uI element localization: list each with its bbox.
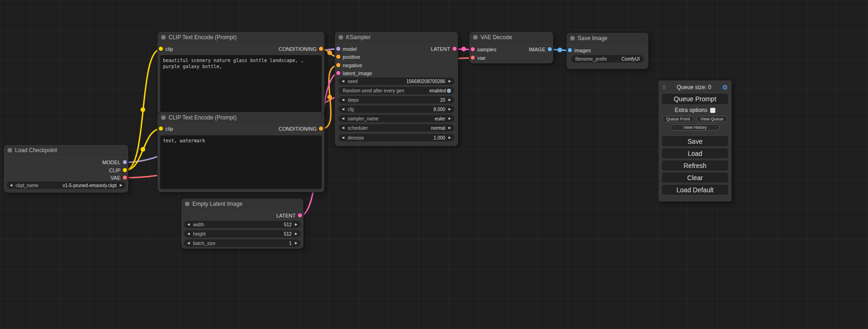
increment-arrow-icon[interactable]: ▶	[120, 182, 122, 189]
node-load-checkpoint[interactable]: Load Checkpoint MODEL CLIP VAE ◀ ckpt_na…	[4, 145, 128, 193]
decrement-arrow-icon[interactable]: ◀	[342, 124, 344, 132]
output-port-conditioning[interactable]	[319, 47, 323, 51]
queue-front-button[interactable]: Queue Front	[662, 116, 694, 122]
input-port-clip[interactable]	[159, 126, 163, 131]
input-port-vae[interactable]	[471, 56, 475, 60]
input-label-samples: samples	[477, 46, 496, 53]
node-collapse-dot[interactable]	[185, 202, 190, 206]
node-title: CLIP Text Encode (Prompt)	[169, 114, 237, 121]
widget-value: v1-5-pruned-emaonly.ckpt	[63, 183, 116, 188]
decrement-arrow-icon[interactable]: ◀	[187, 230, 190, 238]
node-collapse-dot[interactable]	[161, 115, 166, 120]
scheduler-widget[interactable]: ◀ scheduler normal ▶	[339, 124, 454, 132]
node-ksampler[interactable]: KSampler model positive negative latent_…	[335, 32, 458, 146]
steps-widget[interactable]: ◀ steps 20 ▶	[339, 96, 454, 104]
denoise-widget[interactable]: ◀ denoise 1.000 ▶	[339, 134, 454, 141]
node-collapse-dot[interactable]	[570, 36, 575, 41]
input-label-positive: positive	[343, 54, 360, 60]
ckpt-name-widget[interactable]: ◀ ckpt_name v1-5-pruned-emaonly.ckpt ▶	[7, 182, 126, 189]
load-button[interactable]: Load	[662, 148, 728, 158]
toggle-indicator-dot[interactable]	[447, 89, 451, 93]
input-port-negative[interactable]	[336, 63, 340, 67]
input-port-images[interactable]	[568, 48, 572, 52]
decrement-arrow-icon[interactable]: ◀	[187, 239, 190, 247]
batch-size-widget[interactable]: ◀ batch_size 1 ▶	[184, 239, 301, 247]
node-collapse-dot[interactable]	[7, 148, 12, 153]
node-header[interactable]: VAE Decode	[469, 32, 553, 43]
menu-drag-handle-icon[interactable]: ⠿	[662, 84, 666, 91]
positive-prompt-textarea[interactable]: beautiful scenery nature glass bottle la…	[160, 55, 322, 112]
node-collapse-dot[interactable]	[161, 35, 166, 40]
node-title: Empty Latent Image	[192, 201, 242, 207]
input-port-clip[interactable]	[159, 47, 163, 51]
decrement-arrow-icon[interactable]: ◀	[342, 105, 344, 113]
sampler-name-widget[interactable]: ◀ sampler_name euler ▶	[339, 115, 454, 122]
increment-arrow-icon[interactable]: ▶	[295, 230, 297, 238]
input-port-latent-image[interactable]	[336, 71, 340, 75]
node-header[interactable]: CLIP Text Encode (Prompt)	[157, 112, 325, 123]
increment-arrow-icon[interactable]: ▶	[449, 77, 451, 85]
decrement-arrow-icon[interactable]: ◀	[187, 221, 190, 228]
node-header[interactable]: Load Checkpoint	[4, 145, 128, 156]
load-default-button[interactable]: Load Default	[662, 185, 728, 195]
input-port-model[interactable]	[336, 47, 340, 51]
queue-prompt-button[interactable]: Queue Prompt	[662, 94, 728, 104]
node-vae-decode[interactable]: VAE Decode samples vae IMAGE	[469, 32, 553, 63]
increment-arrow-icon[interactable]: ▶	[295, 221, 297, 228]
node-header[interactable]: CLIP Text Encode (Prompt)	[157, 32, 325, 43]
increment-arrow-icon[interactable]: ▶	[449, 134, 451, 141]
output-port-conditioning[interactable]	[319, 126, 323, 131]
node-collapse-dot[interactable]	[339, 35, 343, 40]
node-collapse-dot[interactable]	[473, 35, 478, 40]
input-port-positive[interactable]	[336, 55, 340, 59]
output-port-clip[interactable]	[123, 168, 127, 172]
output-port-image[interactable]	[548, 47, 552, 51]
node-header[interactable]: Save Image	[566, 33, 649, 44]
output-port-latent[interactable]	[452, 47, 457, 51]
view-history-button[interactable]: View History	[670, 124, 720, 131]
negative-prompt-textarea[interactable]: text, watermark	[160, 135, 322, 189]
input-port-samples[interactable]	[471, 47, 475, 51]
increment-arrow-icon[interactable]: ▶	[449, 115, 451, 122]
save-button[interactable]: Save	[662, 136, 728, 146]
view-queue-button[interactable]: View Queue	[696, 116, 728, 122]
node-save-image[interactable]: Save Image images filename_prefix ComfyU…	[566, 33, 649, 69]
node-header[interactable]: Empty Latent Image	[181, 198, 303, 210]
link-midpoint-dot	[327, 50, 332, 55]
refresh-button[interactable]: Refresh	[662, 161, 728, 170]
output-port-vae[interactable]	[123, 175, 127, 180]
output-port-model[interactable]	[123, 160, 127, 164]
decrement-arrow-icon[interactable]: ◀	[342, 115, 344, 122]
settings-gear-icon[interactable]: ⚙	[722, 84, 728, 91]
output-label-conditioning: CONDITIONING	[279, 126, 317, 132]
seed-widget[interactable]: ◀ seed 156680208700286 ▶	[339, 77, 454, 85]
clear-button[interactable]: Clear	[662, 173, 728, 182]
decrement-arrow-icon[interactable]: ◀	[10, 182, 12, 189]
node-clip-text-encode-negative[interactable]: CLIP Text Encode (Prompt) clip CONDITION…	[157, 112, 325, 192]
increment-arrow-icon[interactable]: ▶	[449, 105, 451, 113]
increment-arrow-icon[interactable]: ▶	[295, 239, 297, 247]
height-widget[interactable]: ◀ height 512 ▶	[184, 230, 301, 238]
decrement-arrow-icon[interactable]: ◀	[342, 77, 344, 85]
widget-value: 156680208700286	[406, 79, 445, 84]
link-midpoint-dot	[141, 147, 145, 152]
increment-arrow-icon[interactable]: ▶	[449, 96, 451, 104]
node-clip-text-encode-positive[interactable]: CLIP Text Encode (Prompt) clip CONDITION…	[157, 32, 325, 115]
extra-options-checkbox[interactable]	[710, 108, 715, 113]
node-graph-canvas[interactable]: Load Checkpoint MODEL CLIP VAE ◀ ckpt_na…	[0, 0, 868, 329]
decrement-arrow-icon[interactable]: ◀	[342, 96, 344, 104]
output-label-clip: CLIP	[109, 167, 120, 174]
cfg-widget[interactable]: ◀ cfg 8.000 ▶	[339, 105, 454, 113]
widget-label: height	[193, 231, 205, 237]
filename-prefix-widget[interactable]: filename_prefix ComfyUI	[571, 55, 644, 63]
widget-value: enabled	[429, 88, 446, 93]
node-empty-latent-image[interactable]: Empty Latent Image LATENT ◀ width 512 ▶ …	[181, 198, 303, 249]
random-seed-toggle-widget[interactable]: Random seed after every gen enabled	[339, 87, 454, 94]
width-widget[interactable]: ◀ width 512 ▶	[184, 221, 301, 228]
output-port-latent[interactable]	[298, 213, 302, 217]
node-header[interactable]: KSampler	[335, 32, 458, 43]
increment-arrow-icon[interactable]: ▶	[449, 124, 451, 132]
widget-value: 1	[289, 241, 292, 246]
input-label-images: images	[574, 47, 591, 54]
decrement-arrow-icon[interactable]: ◀	[342, 134, 344, 141]
